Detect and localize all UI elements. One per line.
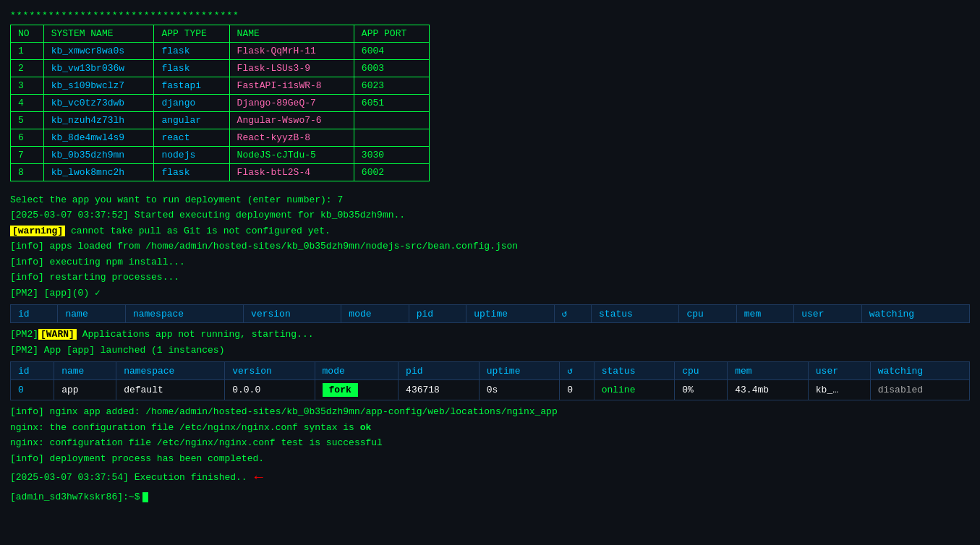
log-pm2-check: [PM2] [app](0) ✓ (10, 286, 970, 301)
pm2-cell-cpu: 0% (675, 380, 728, 400)
cell-sysname: kb_8de4mwl4s9 (43, 129, 154, 146)
cell-apptype: fastapi (154, 77, 229, 94)
nginx-syntax-text: nginx: the configuration file /etc/nginx… (10, 422, 360, 433)
pm2-cell-uptime: 0s (479, 380, 560, 400)
pm2-data-col-header: mem (728, 362, 809, 380)
nginx-deployment-done: [info] deployment process has been compl… (10, 452, 970, 466)
pm2-empty-col-header: mem (736, 305, 793, 323)
pm2-cell-pid: 436718 (399, 380, 480, 400)
pm2-data-col-header: watching (870, 362, 969, 380)
cell-port: 6004 (354, 42, 429, 59)
cell-port: 3030 (354, 146, 429, 163)
cell-no: 2 (11, 59, 44, 77)
pm2-cell-mem: 43.4mb (728, 380, 809, 400)
log-started-text: [2025-03-07 03:37:52] Started executing … (10, 210, 405, 220)
pm2-empty-col-header: ↺ (554, 305, 592, 323)
cell-sysname: kb_0b35dzh9mn (43, 146, 154, 163)
table-row: 6kb_8de4mwl4s9reactReact-kyyzB-8 (11, 129, 430, 146)
pm2-empty-col-header: name (58, 305, 125, 323)
cell-port: 6002 (354, 163, 429, 181)
log-warning: [warning] cannot take pull as Git is not… (10, 224, 970, 239)
log-apps-loaded: [info] apps loaded from /home/admin/host… (10, 239, 970, 254)
terminal-prompt: [admin_sd3hw7kskr86]:~$ (10, 490, 970, 505)
cell-name: FastAPI-i1sWR-8 (229, 77, 354, 94)
stars-line: ************************************ (10, 9, 970, 23)
cell-sysname: kb_xmwcr8wa0s (43, 42, 154, 59)
warning-badge: [warning] (10, 226, 65, 236)
pm2-empty-col-header: status (592, 305, 679, 323)
pm2-cell-mode: fork (315, 380, 399, 400)
cell-apptype: flask (154, 163, 229, 181)
cell-apptype: django (154, 94, 229, 111)
pm2-cell-restarts: 0 (560, 380, 594, 400)
pm2-data-col-header: status (594, 362, 675, 380)
cell-apptype: nodejs (154, 146, 229, 163)
nginx-syntax: nginx: the configuration file /etc/nginx… (10, 421, 970, 435)
cell-sysname: kb_vw13br036w (43, 59, 154, 77)
terminal: ************************************ NO … (10, 9, 970, 505)
pm2-data-col-header: pid (399, 362, 480, 380)
col-header-sysname: SYSTEM NAME (43, 25, 154, 42)
cell-sysname: kb_s109bwclz7 (43, 77, 154, 94)
table-row: 2kb_vw13br036wflaskFlask-LSUs3-96003 (11, 59, 430, 77)
pm2-data-col-header: mode (315, 362, 399, 380)
pm2-cell-id: 0 (11, 380, 54, 400)
pm2-empty-col-header: mode (341, 305, 409, 323)
execution-finished-text: [2025-03-07 03:37:54] Execution finished… (10, 471, 247, 485)
cell-name: Angular-Wswo7-6 (229, 111, 354, 129)
table-row: 8kb_lwok8mnc2hflaskFlask-btL2S-46002 (11, 163, 430, 181)
pm2-data-col-header: id (11, 362, 54, 380)
pm2-cell-version: 0.0.0 (225, 380, 315, 400)
pm2-launch: [PM2] App [app] launched (1 instances) (10, 343, 970, 358)
prompt-text: [admin_sd3hw7kskr86]:~$ (10, 490, 140, 505)
cell-port: 6023 (354, 77, 429, 94)
pm2-cell-watching: disabled (870, 380, 969, 400)
pm2-data-col-header: name (54, 362, 116, 380)
app-table: NO SYSTEM NAME APP TYPE NAME APP PORT 1k… (10, 25, 430, 181)
pm2-table-data: idnamenamespaceversionmodepiduptime↺stat… (10, 361, 970, 400)
table-row: 1kb_xmwcr8wa0sflaskFlask-QqMrH-116004 (11, 42, 430, 59)
red-arrow-icon: ← (255, 467, 263, 489)
nginx-test: nginx: configuration file /etc/nginx/ngi… (10, 436, 970, 450)
pm2-bracket: [PM2] (10, 329, 38, 340)
cell-apptype: react (154, 129, 229, 146)
select-prompt: Select the app you want to run deploymen… (10, 193, 970, 207)
cell-no: 7 (11, 146, 44, 163)
pm2-empty-col-header: namespace (125, 305, 243, 323)
pm2-empty-col-header: watching (861, 305, 969, 323)
col-header-port: APP PORT (354, 25, 429, 42)
pm2-warn-line: [PM2][WARN] Applications app not running… (10, 327, 970, 342)
pm2-empty-col-header: uptime (466, 305, 554, 323)
cell-apptype: angular (154, 111, 229, 129)
log-warning-text: cannot take pull as Git is not configure… (71, 226, 331, 236)
pm2-empty-col-header: user (794, 305, 861, 323)
pm2-data-col-header: ↺ (560, 362, 594, 380)
cell-sysname: kb_lwok8mnc2h (43, 163, 154, 181)
pm2-empty-col-header: cpu (679, 305, 736, 323)
table-row: 4kb_vc0tz73dwbdjangoDjango-89GeQ-76051 (11, 94, 430, 111)
nginx-ok: ok (360, 422, 372, 433)
cell-sysname: kb_nzuh4z73lh (43, 111, 154, 129)
pm2-cell-name: app (54, 380, 116, 400)
pm2-data-col-header: namespace (116, 362, 225, 380)
cell-name: Flask-btL2S-4 (229, 163, 354, 181)
pm2-data-col-header: version (225, 362, 315, 380)
cell-name: Flask-QqMrH-11 (229, 42, 354, 59)
fork-badge: fork (323, 383, 358, 397)
cell-port (354, 129, 429, 146)
cell-port (354, 111, 429, 129)
cell-name: Django-89GeQ-7 (229, 94, 354, 111)
log-restarting: [info] restarting processes... (10, 270, 970, 285)
pm2-empty-col-header: pid (409, 305, 466, 323)
pm2-warn-text: Applications app not running, starting..… (77, 329, 314, 340)
nginx-added: [info] nginx app added: /home/admin/host… (10, 405, 970, 419)
cell-no: 6 (11, 129, 44, 146)
cell-sysname: kb_vc0tz73dwb (43, 94, 154, 111)
cursor (142, 492, 148, 502)
pm2-cell-user: kb_… (808, 380, 870, 400)
pm2-empty-col-header: id (11, 305, 58, 323)
cell-name: React-kyyzB-8 (229, 129, 354, 146)
cell-apptype: flask (154, 59, 229, 77)
cell-name: NodeJS-cJTdu-5 (229, 146, 354, 163)
cell-name: Flask-LSUs3-9 (229, 59, 354, 77)
